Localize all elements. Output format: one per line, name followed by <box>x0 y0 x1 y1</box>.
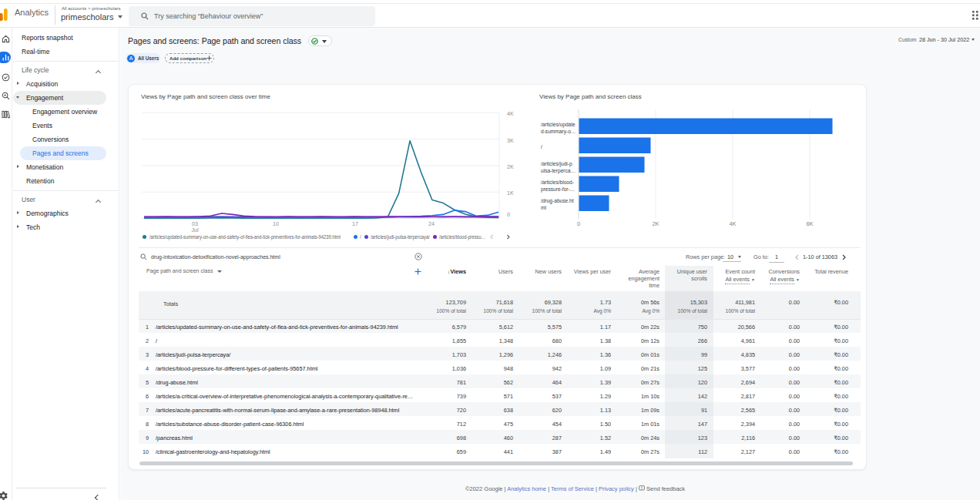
svg-text:4K: 4K <box>729 220 736 227</box>
svg-text:2K: 2K <box>507 164 514 169</box>
svg-text:10: 10 <box>273 221 279 227</box>
svg-text:03: 03 <box>192 221 198 227</box>
svg-text:1K: 1K <box>507 190 514 196</box>
svg-text:0: 0 <box>577 220 580 227</box>
svg-text:0: 0 <box>507 212 510 217</box>
svg-text:24: 24 <box>428 221 435 227</box>
svg-text:17: 17 <box>352 221 358 227</box>
svg-text:6K: 6K <box>806 220 813 227</box>
svg-text:2K: 2K <box>652 220 659 227</box>
svg-text:Jul: Jul <box>192 227 199 233</box>
svg-text:4K: 4K <box>507 111 514 116</box>
svg-text:3K: 3K <box>507 138 514 143</box>
